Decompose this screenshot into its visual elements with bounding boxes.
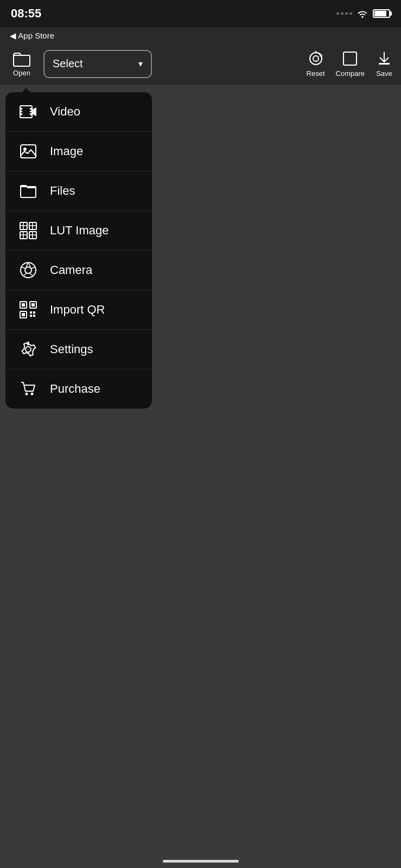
svg-rect-36 [22,303,25,307]
svg-line-30 [31,267,35,269]
compare-label: Compare [336,69,365,78]
svg-rect-10 [30,111,32,112]
menu-label-image: Image [50,144,83,158]
image-icon [18,142,38,161]
svg-point-46 [26,393,28,395]
svg-point-28 [25,267,31,273]
compare-button[interactable]: Compare [336,50,365,78]
save-label: Save [376,69,392,78]
status-icons [336,9,390,18]
purchase-icon [18,379,38,399]
svg-rect-40 [22,313,25,316]
svg-rect-7 [20,111,22,112]
back-label[interactable]: ◀ App Store [10,31,54,41]
svg-rect-43 [30,315,32,317]
menu-item-files[interactable]: Files [5,171,152,211]
battery-icon [373,9,390,18]
svg-rect-44 [33,315,35,317]
svg-point-47 [31,393,34,395]
camera-icon [18,260,38,280]
toolbar: Open Select ▾ Reset Compare [0,42,401,86]
status-time: 08:55 [11,7,41,21]
reset-label: Reset [307,69,325,78]
chevron-down-icon: ▾ [138,59,143,69]
menu-label-settings: Settings [50,342,93,356]
dropdown-menu: Video Image Files [5,92,152,409]
svg-rect-9 [30,108,32,110]
menu-item-settings[interactable]: Settings [5,330,152,369]
qr-icon [18,300,38,320]
reset-button[interactable]: Reset [307,50,325,78]
menu-item-purchase[interactable]: Purchase [5,369,152,409]
menu-label-camera: Camera [50,263,92,277]
menu-item-camera[interactable]: Camera [5,251,152,290]
svg-point-27 [21,263,36,278]
svg-rect-6 [20,108,22,110]
select-label: Select [53,58,83,70]
menu-item-video[interactable]: Video [5,92,152,132]
menu-label-purchase: Purchase [50,382,100,396]
open-button[interactable]: Open [8,51,35,77]
video-icon [18,102,38,122]
save-icon [375,50,393,67]
reset-icon [307,50,324,67]
svg-rect-12 [21,145,36,158]
svg-line-32 [23,273,27,276]
menu-label-files: Files [50,184,75,198]
svg-rect-11 [30,113,32,115]
menu-label-video: Video [50,105,80,119]
compare-icon [341,50,359,67]
svg-line-31 [29,273,33,276]
svg-rect-0 [14,55,30,66]
select-dropdown[interactable]: Select ▾ [43,50,152,78]
menu-label-import-qr: Import QR [50,303,105,317]
svg-point-45 [26,347,31,352]
files-icon [18,181,38,201]
dropdown-arrow [21,88,31,93]
svg-rect-3 [343,52,357,65]
svg-line-33 [21,267,26,269]
menu-item-image[interactable]: Image [5,132,152,171]
svg-point-13 [23,148,27,151]
toolbar-actions: Reset Compare Save [307,50,393,78]
menu-item-import-qr[interactable]: Import QR [5,290,152,330]
lut-icon [18,221,38,240]
svg-rect-8 [20,113,22,115]
svg-rect-41 [30,311,32,314]
settings-icon [18,340,38,359]
open-label: Open [13,69,30,77]
signal-dots-icon [336,12,352,15]
status-bar: 08:55 [0,0,401,27]
back-nav: ◀ App Store [0,27,401,42]
wifi-icon [357,9,368,18]
menu-label-lut-image: LUT Image [50,224,109,238]
svg-rect-4 [379,63,390,65]
svg-point-2 [313,56,319,61]
svg-rect-42 [33,311,35,314]
open-icon [12,51,31,67]
menu-item-lut-image[interactable]: LUT Image [5,211,152,251]
home-indicator [163,860,239,863]
svg-rect-38 [31,303,35,307]
save-button[interactable]: Save [375,50,393,78]
